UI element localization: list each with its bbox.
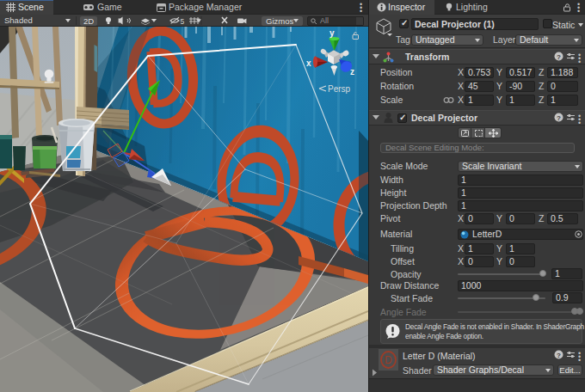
svg-text:?: ?	[557, 53, 561, 61]
svg-text:y: y	[329, 28, 335, 38]
svg-text:5: 5	[181, 17, 185, 26]
svg-text:?: ?	[557, 352, 561, 359]
svg-text:?: ?	[557, 114, 561, 122]
svg-text:Persp: Persp	[328, 84, 351, 94]
svg-text:z: z	[350, 67, 354, 77]
svg-text:D: D	[385, 354, 392, 366]
svg-text:x: x	[306, 58, 311, 68]
